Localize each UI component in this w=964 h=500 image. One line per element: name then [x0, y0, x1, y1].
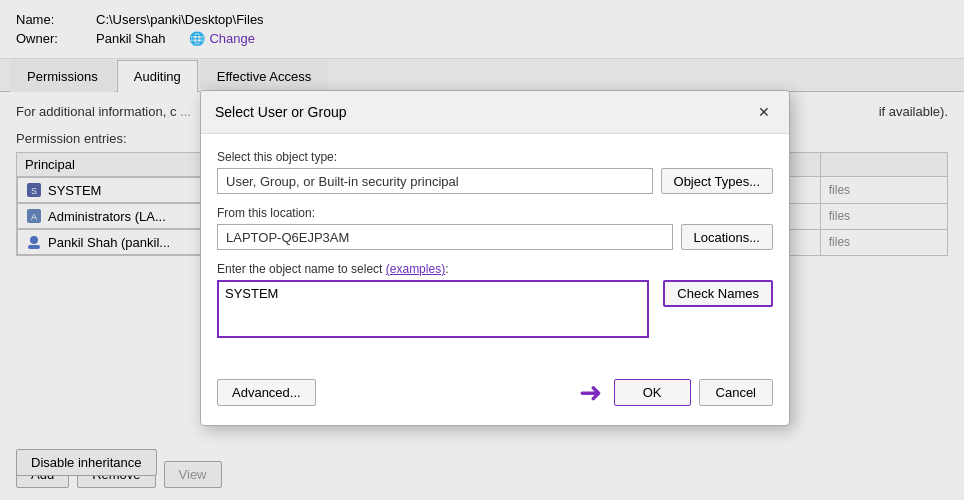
- select-user-dialog: Select User or Group ✕ Select this objec…: [200, 90, 790, 426]
- object-types-button[interactable]: Object Types...: [661, 168, 773, 194]
- object-name-input[interactable]: <SYSTEM: [221, 284, 645, 334]
- advanced-button[interactable]: Advanced...: [217, 379, 316, 406]
- dialog-footer: Advanced... ➜ OK Cancel: [201, 366, 789, 425]
- location-content: Locations...: [217, 224, 773, 250]
- dialog-title: Select User or Group: [215, 104, 347, 120]
- dialog-body: Select this object type: Object Types...…: [201, 134, 789, 366]
- location-input[interactable]: [217, 224, 673, 250]
- footer-left: Advanced...: [217, 379, 316, 406]
- check-names-button[interactable]: Check Names: [663, 280, 773, 307]
- locations-button[interactable]: Locations...: [681, 224, 774, 250]
- object-name-row: <SYSTEM Check Names: [217, 280, 773, 338]
- object-name-label: Enter the object name to select (example…: [217, 262, 773, 276]
- location-label: From this location:: [217, 206, 773, 220]
- object-type-row: Select this object type: Object Types...: [217, 150, 773, 194]
- object-type-input[interactable]: [217, 168, 653, 194]
- object-name-section: Enter the object name to select (example…: [217, 262, 773, 338]
- dialog-titlebar: Select User or Group ✕: [201, 91, 789, 134]
- examples-link[interactable]: (examples): [386, 262, 445, 276]
- main-window: Name: C:\Users\panki\Desktop\Files Owner…: [0, 0, 964, 500]
- object-type-content: Object Types...: [217, 168, 773, 194]
- object-type-label: Select this object type:: [217, 150, 773, 164]
- dialog-close-button[interactable]: ✕: [753, 101, 775, 123]
- cancel-button[interactable]: Cancel: [699, 379, 773, 406]
- footer-right: ➜ OK Cancel: [579, 376, 773, 409]
- ok-arrow: ➜: [579, 376, 602, 409]
- location-row: From this location: Locations...: [217, 206, 773, 250]
- object-name-wrapper: <SYSTEM: [217, 280, 649, 338]
- ok-button[interactable]: OK: [614, 379, 691, 406]
